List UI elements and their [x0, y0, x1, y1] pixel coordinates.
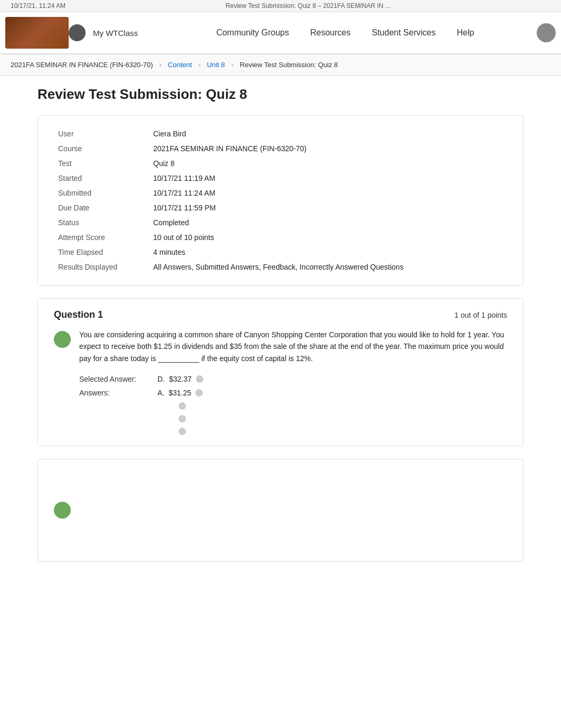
extra-dots [179, 402, 507, 435]
logo-area[interactable] [5, 17, 88, 49]
my-wtclass-label[interactable]: My WTClass [93, 29, 138, 38]
extra-dot-1 [179, 402, 186, 410]
correct-answer-prefix: A. [157, 389, 164, 397]
correct-answer-dot [195, 389, 203, 397]
top-bar: 10/17/21, 11:24 AM Review Test Submissio… [0, 0, 561, 12]
results-displayed-label: Results Displayed [54, 260, 149, 274]
table-row-user: User Ciera Bird [54, 126, 507, 141]
table-row-status: Status Completed [54, 215, 507, 230]
breadcrumb-sep-2: › [198, 61, 200, 69]
table-row-due-date: Due Date 10/17/21 11:59 PM [54, 200, 507, 215]
datetime: 10/17/21, 11:24 AM [11, 2, 66, 10]
status-label: Status [54, 215, 149, 230]
results-displayed-value: All Answers, Submitted Answers, Feedback… [149, 260, 507, 274]
extra-dot-3 [179, 428, 186, 435]
nav-right [537, 23, 556, 42]
page-tab-title: Review Test Submission: Quiz 8 – 2021FA … [226, 2, 390, 10]
time-elapsed-label: Time Elapsed [54, 245, 149, 260]
student-services-link[interactable]: Student Services [372, 24, 436, 42]
submitted-label: Submitted [54, 186, 149, 200]
test-value: Quiz 8 [149, 156, 507, 171]
correct-answer-amount: $31.25 [169, 389, 191, 397]
breadcrumb-unit[interactable]: Unit 8 [207, 61, 225, 69]
question-header: Question 1 1 out of 1 points [54, 309, 507, 320]
question-icon [54, 331, 71, 348]
nav-bar: My WTClass Community Groups Resources St… [0, 12, 561, 54]
page-title: Review Test Submission: Quiz 8 [38, 86, 523, 103]
attempt-score-value: 10 out of 10 points [149, 230, 507, 245]
selected-answer-prefix: D. [157, 375, 165, 383]
selected-answer-row: Selected Answer: D. $32.37 [79, 375, 507, 383]
test-label: Test [54, 156, 149, 171]
submission-info-card: User Ciera Bird Course 2021FA SEMINAR IN… [38, 115, 523, 285]
answer-section: Selected Answer: D. $32.37 Answers: A. $… [79, 375, 507, 435]
answers-label: Answers: [79, 389, 153, 397]
attempt-score-label: Attempt Score [54, 230, 149, 245]
continuation-card [38, 459, 523, 561]
started-label: Started [54, 171, 149, 186]
user-label: User [54, 126, 149, 141]
continuation-icon [54, 502, 71, 519]
breadcrumb-course[interactable]: 2021FA SEMINAR IN FINANCE (FIN-6320-70) [11, 61, 153, 69]
selected-answer-dot [196, 375, 203, 383]
course-label: Course [54, 141, 149, 156]
resources-link[interactable]: Resources [310, 24, 350, 42]
table-row-started: Started 10/17/21 11:19 AM [54, 171, 507, 186]
selected-answer-value: D. $32.37 [157, 375, 203, 383]
question-1-title: Question 1 [54, 309, 103, 320]
table-row-time-elapsed: Time Elapsed 4 minutes [54, 245, 507, 260]
breadcrumb-current: Review Test Submission: Quiz 8 [240, 61, 338, 69]
table-row-test: Test Quiz 8 [54, 156, 507, 171]
user-avatar-small [69, 24, 86, 41]
page-content: Review Test Submission: Quiz 8 User Cier… [16, 76, 545, 585]
correct-answer-row: Answers: A. $31.25 [79, 389, 507, 397]
selected-answer-amount: $32.37 [169, 375, 192, 383]
community-groups-link[interactable]: Community Groups [216, 24, 289, 42]
extra-dot-2 [179, 415, 186, 422]
submission-table: User Ciera Bird Course 2021FA SEMINAR IN… [54, 126, 507, 274]
correct-answer-value: A. $31.25 [157, 389, 203, 397]
user-avatar[interactable] [537, 23, 556, 42]
breadcrumb-bar: 2021FA SEMINAR IN FINANCE (FIN-6320-70) … [0, 54, 561, 76]
submitted-value: 10/17/21 11:24 AM [149, 186, 507, 200]
nav-links: Community Groups Resources Student Servi… [154, 24, 537, 42]
question-1-points: 1 out of 1 points [454, 311, 507, 319]
help-link[interactable]: Help [457, 24, 474, 42]
breadcrumb-sep-1: › [159, 61, 161, 69]
due-date-value: 10/17/21 11:59 PM [149, 200, 507, 215]
breadcrumb-sep-3: › [231, 61, 233, 69]
due-date-label: Due Date [54, 200, 149, 215]
started-value: 10/17/21 11:19 AM [149, 171, 507, 186]
question-1-card: Question 1 1 out of 1 points You are con… [38, 298, 523, 446]
user-value: Ciera Bird [149, 126, 507, 141]
table-row-results-displayed: Results Displayed All Answers, Submitted… [54, 260, 507, 274]
breadcrumb-content[interactable]: Content [168, 61, 192, 69]
question-text: You are considering acquiring a common s… [79, 329, 507, 364]
course-value: 2021FA SEMINAR IN FINANCE (FIN-6320-70) [149, 141, 507, 156]
table-row-submitted: Submitted 10/17/21 11:24 AM [54, 186, 507, 200]
time-elapsed-value: 4 minutes [149, 245, 507, 260]
logo-image [5, 17, 69, 49]
status-value: Completed [149, 215, 507, 230]
selected-answer-label: Selected Answer: [79, 375, 153, 383]
table-row-attempt-score: Attempt Score 10 out of 10 points [54, 230, 507, 245]
question-body: You are considering acquiring a common s… [54, 329, 507, 364]
table-row-course: Course 2021FA SEMINAR IN FINANCE (FIN-63… [54, 141, 507, 156]
